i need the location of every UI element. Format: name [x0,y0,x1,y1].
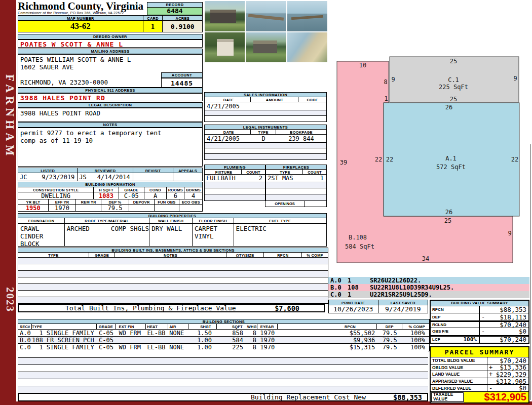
value-summary-row: LCF100% $70,240 [431,336,528,343]
table-row [205,148,326,154]
table-row: 4/21/2005D239 844 [205,135,326,143]
sketch-code-row: C.0 1 U22R1SR25U9L25D9. [328,291,529,298]
legal-description-value: 3988 HALES POINT ROAD [18,108,203,122]
property-photo-grid [205,1,327,62]
table-cell: C.0 [18,344,32,351]
column-header: NOTES [115,253,226,257]
record-value: 6484 [147,8,203,15]
column-header: % COMP [402,324,429,329]
code-path: SR26U22L26D22. [370,277,421,284]
table-row [205,188,265,194]
column-header: COUNT [303,170,326,174]
sketch-dimension-label: 22 [375,156,382,163]
column-header: SHGT [188,324,217,329]
row-label: TOTAL BLDG VALUE [431,357,487,364]
review-values: JC 9/23/2019 JS 4/14/2014 [18,173,203,181]
print-date-label: PRINT DATE [329,300,378,305]
empty-row [18,271,328,277]
plumbing-headers: FIXTURECOUNT [204,170,265,175]
empty-row [18,379,428,386]
column-header: RPCN [264,253,302,257]
table-cell: 79.5 [377,330,402,337]
row-operator: + [487,371,494,378]
column-header: WALL FINISH [149,218,193,223]
empty-row [18,291,328,297]
listed-by: JC [20,174,27,181]
card-value: 1 [143,21,163,32]
sales-headers: DATEAMOUNTCODE [204,97,327,102]
row-operator [480,336,486,343]
replacement-cost-value: $88,353 [393,393,422,401]
column-header: DATE [205,97,251,102]
column-header: BOOKPAGE [276,130,326,134]
column-header: ECO OBS [179,199,202,204]
row-operator: - [480,313,486,320]
sketch-dimension-label: 225 SqFt [439,84,468,91]
column-header: REM YR [76,199,101,204]
table-cell: 79.5 [377,344,402,351]
building-sections-table: A.0 1 SINGLE FAMILYC-05WD FRMEL-BBNONE1.… [18,330,430,351]
building-info-values-2: 1950197079.5 [18,205,203,212]
column-header: FUEL TYPE [234,218,326,223]
sketch-dimension-label: 34 [422,255,429,262]
tax-year: 2023 [0,279,16,320]
row-value: $70,240 [486,336,528,343]
row-label: APPRAISED VALUE [431,378,487,385]
table-row [205,182,265,188]
table-cell: C-05 [97,344,116,351]
property-photo[interactable] [205,32,245,63]
table-row [205,116,326,122]
row-label: LCF [432,337,440,342]
parcel-summary-label: PARCEL SUMMARY [431,347,528,357]
row-pct [476,322,477,327]
table-cell: 858 [217,330,247,337]
property-photo[interactable] [246,1,286,31]
sketch-dimension-label: 584 SqFt [345,243,374,250]
appeals-label: APPEALS [173,168,202,173]
sketch-code-row: B.0 108 SU22R1U8L10D39R34U9L25. [328,284,529,291]
row-operator [487,357,494,364]
value-summary-row: OBS F/E - $0 [431,328,528,335]
property-photo[interactable] [205,1,245,31]
fireplaces-table: 2ST MAS1 [265,175,327,201]
table-cell: 225 [217,344,247,351]
column-header: DEP [377,324,402,329]
built-ins-headers: TYPEGRADENOTESQTY/SIZERPCN% COMP [18,253,328,258]
last-saved-label: LAST SAVED [378,300,428,305]
table-cell: 8 [247,337,257,344]
map-card-acres-headers: MAP NUMBER CARD ACRES [18,15,203,21]
row-value: $0 [494,384,528,392]
parcel-summary: PARCEL SUMMARY TOTAL BLDG VALUE $70,240 … [430,346,529,403]
built-ins-total-label: Total Built Ins, Plumbing & Fireplace Va… [65,304,236,312]
row-operator [480,306,486,313]
foundation-value: CRAWL CINDER BLOCK [18,224,65,246]
column-header: SQFT [217,324,247,329]
column-header: FIXTURE [205,170,242,174]
column-header: CONSTRUCTION STYLE [18,187,94,192]
table-cell: A.0 [18,330,32,337]
taxable-value-row: TAXABLE VALUE $312,905 [431,392,528,402]
property-photo[interactable] [287,1,327,31]
empty-row [18,351,428,358]
building-properties-values: CRAWL CINDER BLOCK ARCHED COMP SHGLS DRY… [18,224,327,247]
table-cell: 2 [242,175,265,182]
table-row [266,188,326,194]
building-sketch: 108925C.1225 SqFt925126392222A.1572 SqFt… [328,51,531,273]
reviewed-value: JS 4/14/2014 [78,173,133,181]
building-info-headers-2: YR BLTEFF YRREM YRDEP %DEPOVRFUN OBSECO … [18,199,203,205]
property-photo[interactable] [246,32,286,63]
mailing-line: POATES WILLIAM SCOTT & ANNE L [20,56,202,63]
building-sections-headers: SEC#TYPEGRADEEXT FINHEATAIRSHGTSQFTWHGTE… [18,324,430,330]
value-cell: 1083 [94,192,119,199]
value-cell: DWELLING [18,192,94,199]
sketch-dimension-label: 22 [386,156,393,163]
building-properties-label: BUILDING PROPERTIES [18,213,327,218]
sketch-dimension-label: 9 [513,75,517,82]
print-date-value: 10/26/2023 [329,305,378,313]
revisit-value [133,173,174,181]
review-headers: LISTED REVIEWED REVISIT APPEALS [18,168,203,173]
table-cell: 1970 [257,330,278,337]
legal-instruments-label: LEGAL INSTRUMENTS [204,125,327,130]
sketch-dimension-label: 26 [445,209,452,216]
property-photo[interactable] [287,32,327,63]
